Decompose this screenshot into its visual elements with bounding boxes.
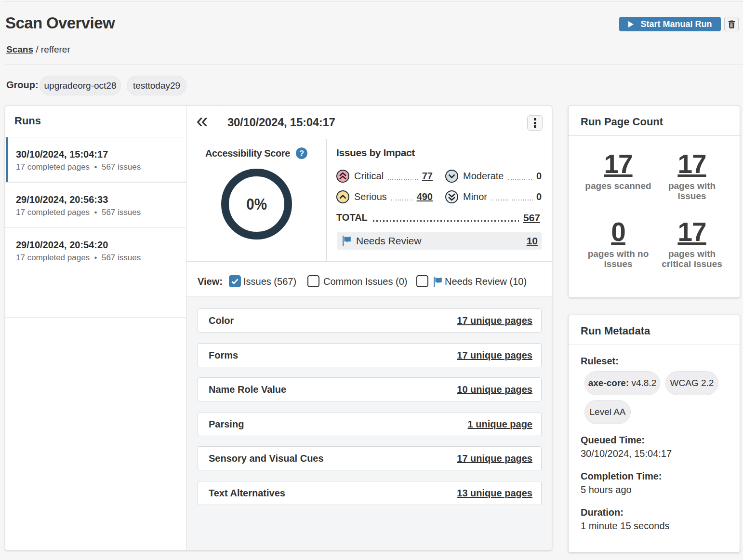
svg-text:?: ? [299, 149, 304, 158]
